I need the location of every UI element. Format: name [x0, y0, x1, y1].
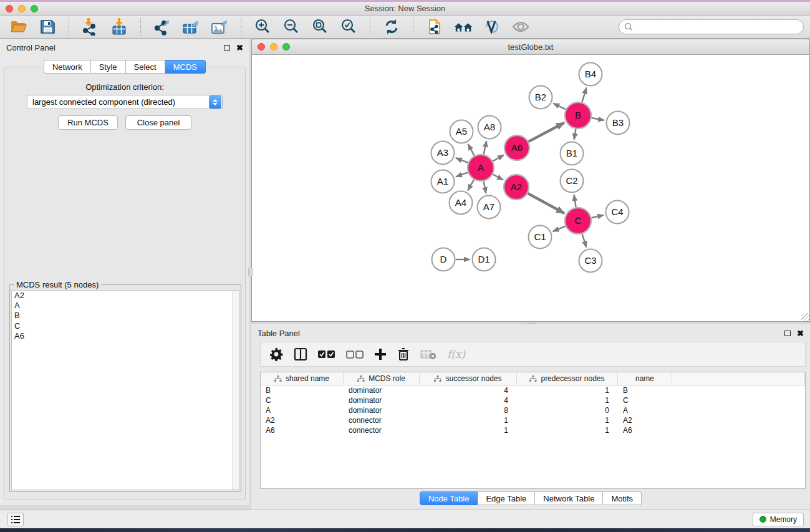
- result-list-item[interactable]: B: [12, 311, 239, 321]
- column-header[interactable]: predecessor nodes: [517, 372, 618, 385]
- column-header[interactable]: successor nodes: [420, 372, 517, 385]
- graph-node[interactable]: C2: [561, 170, 584, 193]
- task-history-button[interactable]: [7, 513, 24, 526]
- graph-node[interactable]: C: [565, 208, 591, 234]
- graph-node[interactable]: A2: [504, 175, 529, 200]
- gear-icon[interactable]: [269, 347, 283, 361]
- float-table-panel-icon[interactable]: [784, 331, 791, 336]
- cell-shared_name[interactable]: B: [261, 386, 344, 395]
- table-row[interactable]: Bdominator41B: [261, 385, 805, 395]
- graph-node[interactable]: C1: [529, 226, 552, 249]
- graph-node[interactable]: A1: [432, 170, 455, 193]
- cell-successor_nodes[interactable]: 8: [420, 406, 517, 415]
- table-row[interactable]: A6connector11A6: [261, 425, 805, 435]
- table-row[interactable]: Cdominator41C: [261, 395, 805, 405]
- deselect-all-icon[interactable]: [346, 350, 364, 359]
- graph-edge[interactable]: [468, 144, 475, 156]
- graph-node[interactable]: A5: [450, 120, 473, 143]
- tab-style[interactable]: Style: [91, 60, 126, 74]
- graph-node[interactable]: B1: [561, 142, 584, 165]
- graph-edge[interactable]: [553, 226, 566, 232]
- cell-successor_nodes[interactable]: 4: [420, 396, 517, 405]
- export-table-icon[interactable]: [181, 17, 201, 36]
- column-header[interactable]: MCDS role: [344, 372, 420, 385]
- tab-motifs[interactable]: Motifs: [603, 491, 642, 505]
- home-icon[interactable]: [453, 17, 473, 36]
- network-file-icon[interactable]: [425, 17, 445, 36]
- criterion-dropdown[interactable]: largest connected component (directed): [27, 95, 223, 109]
- graph-node[interactable]: C4: [606, 201, 629, 224]
- cell-successor_nodes[interactable]: 1: [420, 416, 517, 425]
- graph-edge[interactable]: [484, 141, 487, 154]
- graph-node[interactable]: B: [565, 102, 591, 128]
- graph-edge[interactable]: [553, 104, 566, 110]
- graph-edge[interactable]: [582, 88, 586, 102]
- zoom-out-icon[interactable]: [281, 17, 301, 36]
- import-network-icon[interactable]: [80, 17, 100, 36]
- graph-edge[interactable]: [456, 172, 468, 177]
- result-list-scrollbar[interactable]: [232, 291, 239, 490]
- graph-edge[interactable]: [574, 129, 576, 140]
- graph-node[interactable]: B3: [607, 112, 630, 135]
- table-row[interactable]: A2connector11A2: [261, 415, 805, 425]
- tab-mcds[interactable]: MCDS: [165, 60, 206, 74]
- cell-mcds_role[interactable]: connector: [344, 426, 420, 435]
- tab-network[interactable]: Network: [44, 60, 91, 74]
- cell-mcds_role[interactable]: dominator: [344, 406, 420, 415]
- network-canvas[interactable]: AA1A2A3A4A5A6A7A8BB1B2B3B4CC1C2C3C4DD1: [251, 55, 810, 322]
- select-all-icon[interactable]: [318, 350, 335, 359]
- mcds-result-list[interactable]: A2ABCA6: [11, 290, 239, 490]
- graph-edge[interactable]: [483, 181, 486, 193]
- cell-name[interactable]: A6: [618, 426, 672, 435]
- add-icon[interactable]: [374, 348, 387, 360]
- table-row[interactable]: Adominator80A: [261, 405, 805, 415]
- cell-predecessor_nodes[interactable]: 1: [517, 396, 618, 405]
- result-list-item[interactable]: A2: [12, 291, 239, 301]
- cell-name[interactable]: C: [618, 396, 672, 405]
- graph-node[interactable]: A7: [478, 196, 501, 219]
- close-table-panel-icon[interactable]: ✖: [797, 329, 804, 338]
- trash-icon[interactable]: [397, 347, 410, 361]
- cell-name[interactable]: A2: [618, 416, 672, 425]
- graph-edge[interactable]: [493, 175, 503, 180]
- refresh-icon[interactable]: [382, 17, 402, 36]
- result-list-item[interactable]: C: [12, 321, 239, 331]
- graph-edge[interactable]: [592, 118, 604, 120]
- tab-edge-table[interactable]: Edge Table: [478, 491, 535, 505]
- graph-node[interactable]: A: [468, 155, 494, 181]
- cell-shared_name[interactable]: A2: [261, 416, 344, 425]
- import-table-icon[interactable]: [109, 17, 129, 36]
- graph-node[interactable]: A4: [450, 191, 473, 215]
- result-list-item[interactable]: A6: [12, 331, 239, 341]
- cell-mcds_role[interactable]: dominator: [344, 396, 420, 405]
- export-image-icon[interactable]: [210, 17, 229, 36]
- graph-edge[interactable]: [582, 234, 587, 248]
- zoom-fit-icon[interactable]: [310, 17, 330, 36]
- graph-edge[interactable]: [493, 155, 504, 162]
- zoom-in-icon[interactable]: [253, 17, 272, 36]
- vertical-scrollbar-thumb[interactable]: [248, 268, 253, 276]
- function-builder-icon[interactable]: f(x): [447, 348, 465, 360]
- cell-successor_nodes[interactable]: 4: [420, 386, 517, 395]
- cell-mcds_role[interactable]: connector: [344, 416, 420, 425]
- tab-select[interactable]: Select: [126, 60, 165, 74]
- graph-edge[interactable]: [528, 193, 564, 213]
- cell-predecessor_nodes[interactable]: 1: [517, 386, 618, 395]
- cell-name[interactable]: B: [618, 386, 672, 395]
- hide-visibility-icon[interactable]: [482, 17, 502, 36]
- delete-table-icon[interactable]: [420, 349, 436, 360]
- graph-node[interactable]: D1: [473, 248, 496, 271]
- cell-successor_nodes[interactable]: 1: [420, 426, 517, 435]
- columns-icon[interactable]: [294, 347, 307, 361]
- search-input[interactable]: [636, 21, 803, 33]
- close-panel-icon[interactable]: ✖: [236, 43, 243, 52]
- graph-edge[interactable]: [456, 158, 468, 163]
- graph-node[interactable]: C3: [579, 249, 602, 273]
- memory-button[interactable]: Memory: [753, 513, 804, 526]
- cell-predecessor_nodes[interactable]: 1: [517, 416, 618, 425]
- cell-predecessor_nodes[interactable]: 1: [517, 426, 618, 435]
- save-session-icon[interactable]: [37, 17, 57, 36]
- column-header[interactable]: name: [618, 372, 672, 385]
- cell-shared_name[interactable]: A: [261, 406, 344, 415]
- graph-edge[interactable]: [591, 215, 604, 218]
